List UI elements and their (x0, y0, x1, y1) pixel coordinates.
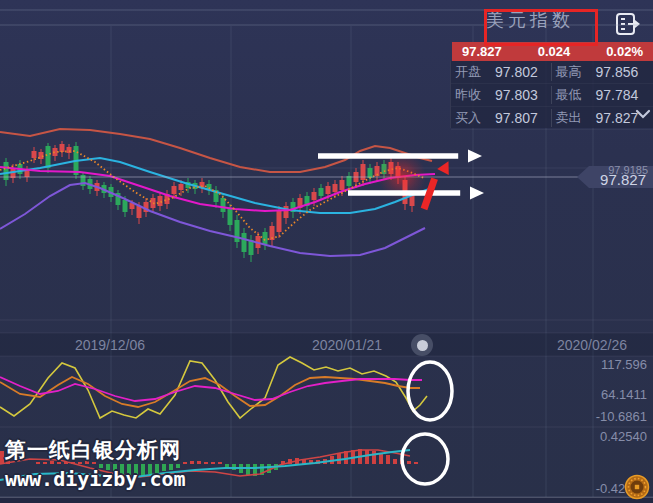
white-circle-kdj (408, 362, 452, 420)
coin-logo-badge (626, 476, 649, 499)
trading-app-window: 2019/12/06 2020/01/21 2020/02/26 117.596… (0, 0, 653, 503)
annotation-overlay (0, 0, 653, 503)
white-circle-macd (402, 434, 448, 484)
red-highlight-box (484, 9, 598, 46)
